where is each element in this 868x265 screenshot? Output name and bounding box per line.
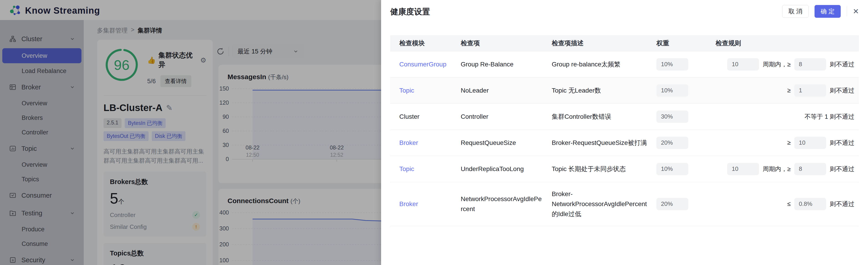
rule-threshold-input[interactable] <box>794 58 826 70</box>
check-item-text: NoLeader <box>461 87 489 94</box>
col-weight: 权重 <box>652 35 711 51</box>
rule-threshold-input[interactable] <box>794 85 826 97</box>
check-item-text: NetworkProcessorAvgIdlePercent <box>461 195 542 212</box>
module-link[interactable]: Broker <box>399 139 418 146</box>
check-desc-text: Topic 无Leader数 <box>552 87 601 94</box>
weight-input[interactable] <box>656 198 688 210</box>
check-item-text: UnderReplicaTooLong <box>461 165 524 172</box>
check-item-text: RequestQueueSize <box>461 139 516 146</box>
check-desc-text: Group re-balance太频繁 <box>552 61 620 68</box>
rule-period-input[interactable] <box>727 163 759 175</box>
rule-threshold-input[interactable] <box>794 137 826 149</box>
col-check-rule: 检查规则 <box>711 35 859 51</box>
cancel-button[interactable]: 取 消 <box>782 5 809 18</box>
check-desc-text: 集群Controller数错误 <box>552 113 611 120</box>
rule-period-label: 周期内，≥ <box>763 60 790 68</box>
rule-tail: 则不通过 <box>830 165 854 173</box>
check-item-text: Controller <box>461 113 488 120</box>
weight-input[interactable] <box>656 163 688 175</box>
health-rules-table: 检查模块 检查项 检查项描述 权重 检查规则 ConsumerGroupGrou… <box>390 35 859 226</box>
check-desc-text: Broker-NetworkProcessorAvgIdlePercent的Id… <box>552 190 647 218</box>
table-row: TopicUnderReplicaTooLongTopic 长期处于未同步状态周… <box>390 156 859 182</box>
rule-period-input[interactable] <box>727 58 759 70</box>
rule-operator: ≥ <box>787 139 790 146</box>
rule-operator: ≥ <box>787 87 790 94</box>
close-icon[interactable]: ✕ <box>853 8 859 15</box>
table-row: TopicNoLeaderTopic 无Leader数≥则不通过 <box>390 77 859 103</box>
weight-input[interactable] <box>656 137 688 149</box>
rule-tail: 则不通过 <box>830 200 854 208</box>
table-row: BrokerRequestQueueSizeBroker-RequestQueu… <box>390 130 859 156</box>
col-check-desc: 检查项描述 <box>547 35 652 51</box>
col-check-module: 检查模块 <box>390 35 456 51</box>
rule-tail: 则不通过 <box>830 60 854 68</box>
module-link[interactable]: Topic <box>399 165 414 172</box>
table-row: ConsumerGroupGroup Re-BalanceGroup re-ba… <box>390 51 859 77</box>
module-text: Cluster <box>399 113 420 120</box>
rule-operator: ≤ <box>787 200 790 207</box>
rule-tail: 则不通过 <box>830 87 854 95</box>
table-header-row: 检查模块 检查项 检查项描述 权重 检查规则 <box>390 35 859 51</box>
module-link[interactable]: ConsumerGroup <box>399 61 446 68</box>
module-link[interactable]: Topic <box>399 87 414 94</box>
rule-tail: 则不通过 <box>830 139 854 147</box>
weight-input[interactable] <box>656 58 688 70</box>
rule-period-label: 周期内，≥ <box>763 165 790 173</box>
col-check-item: 检查项 <box>456 35 547 51</box>
table-row: ClusterController集群Controller数错误不等于 1 则不… <box>390 103 859 130</box>
check-desc-text: Topic 长期处于未同步状态 <box>552 165 626 172</box>
table-row: BrokerNetworkProcessorAvgIdlePercentBrok… <box>390 182 859 226</box>
rule-text: 不等于 1 则不通过 <box>805 112 854 121</box>
weight-input[interactable] <box>656 110 688 123</box>
rule-threshold-input[interactable] <box>794 198 826 210</box>
weight-input[interactable] <box>656 85 688 97</box>
module-link[interactable]: Broker <box>399 200 418 207</box>
check-desc-text: Broker-RequestQueueSize被打满 <box>552 139 647 146</box>
rule-threshold-input[interactable] <box>794 163 826 175</box>
confirm-button[interactable]: 确 定 <box>814 5 841 18</box>
check-item-text: Group Re-Balance <box>461 61 514 68</box>
health-settings-drawer: 健康度设置 取 消 确 定 ✕ 检查模块 检查项 检查项描述 权重 检查规则 C… <box>381 0 868 265</box>
